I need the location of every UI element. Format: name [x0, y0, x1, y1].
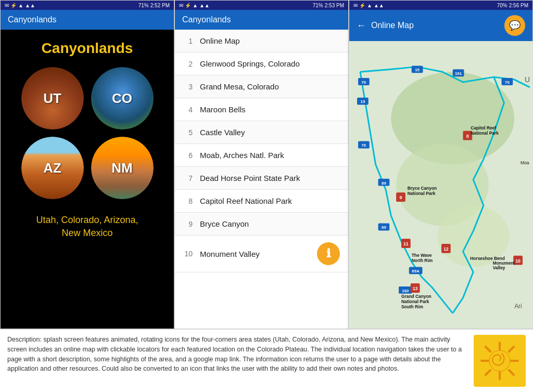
state-circle-co[interactable]: CO [91, 67, 154, 129]
phone2-status-left: ✉ ⚡ ▲ ▲▲ [179, 3, 210, 8]
list-item[interactable]: 8Capitol Reef National Park [175, 190, 348, 213]
state-circle-ut[interactable]: UT [21, 67, 84, 129]
svg-text:Ari: Ari [514, 303, 522, 310]
svg-text:National Park: National Park [408, 191, 436, 196]
item-name: Grand Mesa, Colorado [200, 82, 340, 91]
phone3-frame: ✉ ⚡ ▲ ▲▲ 70% 2:56 PM ← Online Map 💬 [349, 0, 533, 329]
svg-text:12: 12 [443, 246, 449, 252]
list-item[interactable]: 7Dead Horse Point State Park [175, 167, 348, 190]
state-circle-az[interactable]: AZ [21, 137, 84, 199]
svg-text:15: 15 [361, 99, 365, 104]
item-name: Bryce Canyon [200, 219, 340, 228]
svg-text:10: 10 [515, 258, 521, 264]
phone2-status-right: 71% 2:53 PM [313, 3, 344, 8]
svg-text:Valley: Valley [493, 265, 505, 270]
phone2-appbar: Canyonlands [175, 10, 348, 30]
phone1-body: Canyonlands UT CO AZ NM [1, 30, 174, 329]
svg-text:The Wave: The Wave [412, 253, 432, 258]
phone1-time: 2:52 PM [150, 3, 170, 8]
map-container[interactable]: 70 15 70 89 89 70 15 89A 160 191 [349, 41, 532, 329]
state-circle-nm[interactable]: NM [91, 137, 154, 199]
item-number: 6 [183, 151, 193, 160]
phone3-time: 2:56 PM [509, 3, 528, 8]
list-item[interactable]: 9Bryce Canyon [175, 213, 348, 236]
list-item[interactable]: 3Grand Mesa, Colorado [175, 75, 348, 98]
svg-text:89A: 89A [412, 269, 420, 273]
list-item[interactable]: 1Online Map [175, 30, 348, 53]
list-item[interactable]: 10Monument Valleyℹ [175, 236, 348, 272]
item-number: 7 [183, 174, 193, 182]
phone1-subtitle: Utah, Colorado, Arizona,New Mexico [36, 214, 138, 240]
state-circles-grid: UT CO AZ NM [21, 67, 154, 199]
svg-text:National Park: National Park [401, 299, 429, 304]
phone2-appbar-title: Canyonlands [182, 15, 231, 24]
item-number: 8 [183, 197, 193, 205]
phone1-appbar-title: Canyonlands [8, 15, 56, 24]
list-item[interactable]: 5Castle Valley [175, 121, 348, 144]
item-number: 5 [183, 128, 193, 137]
svg-text:Grand Canyon: Grand Canyon [401, 294, 432, 299]
item-number: 1 [183, 37, 193, 45]
list-item[interactable]: 2Glenwood Springs, Colorado [175, 53, 348, 75]
svg-text:70: 70 [505, 80, 510, 85]
p3-mail-icon: ✉ [353, 3, 358, 8]
phone3-status-bar: ✉ ⚡ ▲ ▲▲ 70% 2:56 PM [349, 1, 532, 10]
item-name: Capitol Reef National Park [200, 197, 340, 205]
info-button[interactable]: ℹ [317, 242, 340, 265]
item-number: 4 [183, 106, 193, 114]
phone3-battery: 70% [497, 3, 507, 8]
item-name: Maroon Bells [200, 105, 340, 114]
az-label: AZ [43, 160, 61, 176]
phone1-status-left: ✉ ⚡ ▲ ▲▲ [5, 3, 35, 8]
svg-line-57 [509, 347, 514, 351]
description-text: Description: splash screen features anim… [7, 335, 465, 387]
svg-text:National Park: National Park [471, 130, 499, 136]
item-name: Glenwood Springs, Colorado [200, 59, 340, 68]
list-item[interactable]: 4Maroon Bells [175, 98, 348, 121]
ut-label: UT [43, 90, 61, 107]
svg-text:Moa: Moa [521, 160, 529, 165]
phone1-appbar: Canyonlands [1, 10, 174, 30]
sun-icon [479, 340, 521, 382]
phone1-status-bar: ✉ ⚡ ▲ ▲▲ 71% 2:52 PM [1, 1, 174, 10]
signal-icon: ▲▲ [25, 3, 35, 8]
svg-line-56 [509, 370, 514, 375]
item-name: Online Map [200, 36, 340, 45]
item-number: 3 [183, 83, 193, 91]
p2-mail-icon: ✉ [179, 3, 183, 8]
svg-text:70: 70 [361, 80, 366, 85]
svg-text:Monument: Monument [493, 260, 515, 266]
back-arrow-icon[interactable]: ← [357, 20, 366, 31]
phone3-status-left: ✉ ⚡ ▲ ▲▲ [353, 3, 384, 8]
list-item[interactable]: 6Moab, Arches Natl. Park [175, 144, 348, 167]
chat-button[interactable]: 💬 [504, 15, 525, 36]
location-list: 1Online Map2Glenwood Springs, Colorado3G… [175, 30, 348, 329]
p3-signal-icon: ▲▲ [374, 3, 384, 8]
bottom-section: Description: splash screen features anim… [0, 329, 533, 392]
svg-text:191: 191 [455, 71, 462, 76]
p3-wifi-icon: ▲ [367, 3, 372, 8]
svg-line-55 [486, 347, 490, 351]
phone1-main-title: Canyonlands [42, 40, 133, 57]
svg-line-58 [486, 370, 490, 375]
chat-icon: 💬 [509, 20, 521, 31]
svg-text:Capitol Reef: Capitol Reef [471, 125, 496, 130]
p2-signal-icon: ▲▲ [199, 3, 210, 8]
appbar-left: ← Online Map [357, 20, 414, 31]
svg-text:15: 15 [415, 68, 420, 72]
mail-icon: ✉ [5, 3, 9, 8]
co-label: CO [112, 90, 132, 107]
svg-text:Bryce Canyon: Bryce Canyon [408, 186, 437, 191]
phone3-appbar: ← Online Map 💬 [349, 10, 532, 41]
svg-text:11: 11 [403, 241, 409, 246]
item-name: Castle Valley [200, 128, 340, 137]
phone1-battery: 71% [138, 3, 149, 8]
p2-wifi-icon: ▲ [193, 3, 198, 8]
svg-text:89: 89 [382, 225, 386, 230]
svg-text:North Rim: North Rim [412, 258, 433, 263]
phone2-status-bar: ✉ ⚡ ▲ ▲▲ 71% 2:53 PM [175, 1, 348, 10]
bluetooth-icon: ⚡ [10, 3, 17, 8]
main-content: ✉ ⚡ ▲ ▲▲ 71% 2:52 PM Canyonlands Canyonl… [0, 0, 533, 329]
svg-text:9: 9 [400, 195, 402, 200]
p3-bluetooth-icon: ⚡ [359, 3, 365, 8]
